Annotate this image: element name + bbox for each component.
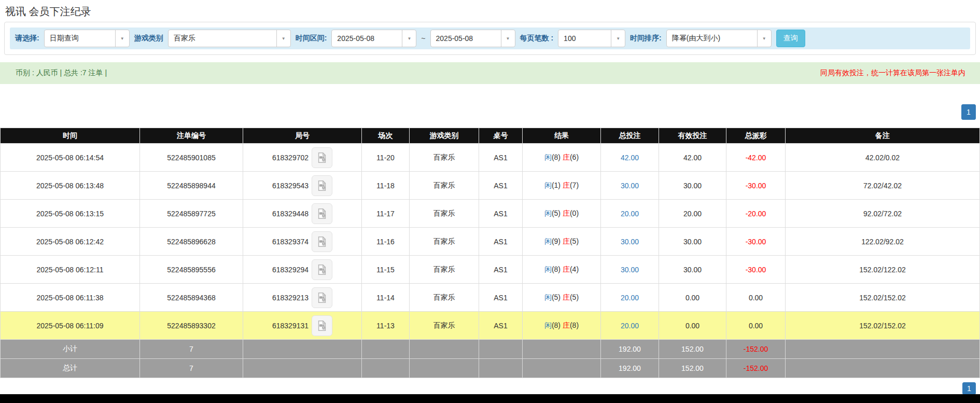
per-page-label: 每页笔数 : [520, 34, 554, 43]
time-cell: 2025-05-08 06:14:54 [1, 144, 140, 172]
empty-cell [523, 340, 601, 359]
bet-id-cell: 522485894368 [140, 284, 243, 312]
remark-cell: 152.02/152.02 [786, 312, 980, 340]
remark-cell: 72.02/42.02 [786, 172, 980, 200]
range-separator: ~ [421, 34, 425, 43]
date-to-select[interactable]: 2025-05-08 [430, 30, 515, 47]
column-header: 游戏类别 [410, 128, 479, 144]
total-row: 总计7192.00152.00-152.00 [1, 359, 980, 378]
time-cell: 2025-05-08 06:13:15 [1, 200, 140, 228]
bet-id-cell: 522485901085 [140, 144, 243, 172]
valid-bet-cell: 0.00 [659, 284, 726, 312]
remark-cell: 152.02/122.02 [786, 256, 980, 284]
chevron-down-icon [276, 30, 290, 47]
sort-order-select[interactable]: 降幂(由大到小) [666, 30, 772, 47]
total-bet-cell: 42.00 [601, 144, 659, 172]
table-no-cell: AS1 [479, 284, 523, 312]
session-cell: 11-16 [362, 228, 410, 256]
remark-cell: 152.02/152.02 [786, 284, 980, 312]
page-number-button[interactable]: 1 [961, 104, 976, 120]
query-type-select[interactable]: 日期查询 [44, 30, 130, 47]
video-file-icon [316, 236, 328, 247]
per-page-select[interactable]: 100 [558, 30, 625, 47]
query-type-value: 日期查询 [45, 30, 115, 47]
valid-bet-cell: 20.00 [659, 200, 726, 228]
query-type-label: 请选择: [15, 34, 39, 43]
video-replay-button[interactable] [312, 287, 332, 308]
player-result-score: (8) [552, 321, 561, 329]
column-header: 总派彩 [726, 128, 786, 144]
empty-cell [479, 340, 523, 359]
sort-order-value: 降幂(由大到小) [667, 30, 757, 47]
session-cell: 11-17 [362, 200, 410, 228]
payout-cell: 0.00 [726, 312, 786, 340]
player-result-score: (5) [552, 293, 561, 301]
player-result-score: (1) [552, 181, 561, 189]
bet-id-cell: 522485896628 [140, 228, 243, 256]
column-header: 场次 [362, 128, 410, 144]
video-replay-button[interactable] [312, 203, 332, 224]
session-cell: 11-13 [362, 312, 410, 340]
video-replay-button[interactable] [312, 147, 332, 168]
table-row[interactable]: 2025-05-08 06:12:42522485896628618329374… [1, 228, 980, 256]
banker-result-score: (0) [570, 209, 579, 217]
footer-bar [0, 394, 980, 403]
round-id-cell: 618329131 [243, 312, 362, 340]
date-from-select[interactable]: 2025-05-08 [331, 30, 416, 47]
column-header: 结果 [523, 128, 601, 144]
total-bet-cell: 30.00 [601, 228, 659, 256]
pagination-top: 1 [4, 104, 976, 120]
bet-id-cell: 522485895556 [140, 256, 243, 284]
result-cell: 闲(8) 庄(6) [523, 144, 601, 172]
date-to-value: 2025-05-08 [431, 30, 501, 47]
total-bet-cell: 20.00 [601, 312, 659, 340]
summary-valid-bet-cell: 152.00 [659, 359, 726, 378]
table-row[interactable]: 2025-05-08 06:11:38522485894368618329213… [1, 284, 980, 312]
player-result-label: 闲 [544, 265, 552, 273]
empty-cell [786, 359, 980, 378]
summary-valid-bet-cell: 152.00 [659, 340, 726, 359]
round-id: 618329213 [272, 294, 309, 302]
round-id-cell: 618329543 [243, 172, 362, 200]
search-button[interactable]: 查询 [776, 30, 805, 47]
game-type-cell: 百家乐 [410, 144, 479, 172]
player-result-label: 闲 [544, 153, 552, 161]
result-cell: 闲(8) 庄(8) [523, 312, 601, 340]
table-no-cell: AS1 [479, 256, 523, 284]
time-cell: 2025-05-08 06:12:11 [1, 256, 140, 284]
player-result-score: (8) [552, 153, 561, 161]
round-id: 618329543 [272, 182, 309, 190]
table-row[interactable]: 2025-05-08 06:13:48522485898944618329543… [1, 172, 980, 200]
empty-cell [523, 359, 601, 378]
column-header: 有效投注 [659, 128, 726, 144]
summary-total-bet-cell: 192.00 [601, 359, 659, 378]
time-cell: 2025-05-08 06:11:38 [1, 284, 140, 312]
chevron-down-icon [611, 30, 625, 47]
chevron-down-icon [402, 30, 416, 47]
payout-cell: -30.00 [726, 228, 786, 256]
game-type-select[interactable]: 百家乐 [168, 30, 291, 47]
table-row[interactable]: 2025-05-08 06:11:09522485893302618329131… [1, 312, 980, 340]
video-replay-button[interactable] [312, 315, 332, 336]
page-number-button[interactable]: 1 [962, 382, 976, 395]
round-id-cell: 618329213 [243, 284, 362, 312]
video-replay-button[interactable] [312, 259, 332, 280]
bet-id-cell: 522485897725 [140, 200, 243, 228]
player-result-label: 闲 [544, 321, 552, 329]
player-result-score: (9) [552, 237, 561, 245]
total-bet-cell: 30.00 [601, 256, 659, 284]
column-header: 注单编号 [140, 128, 243, 144]
session-cell: 11-14 [362, 284, 410, 312]
banker-result-label: 庄 [563, 237, 570, 245]
video-replay-button[interactable] [312, 231, 332, 252]
payout-cell: -30.00 [726, 256, 786, 284]
remark-cell: 92.02/72.02 [786, 200, 980, 228]
column-header: 桌号 [479, 128, 523, 144]
total-bet-cell: 30.00 [601, 172, 659, 200]
table-row[interactable]: 2025-05-08 06:14:54522485901085618329702… [1, 144, 980, 172]
video-file-icon [316, 320, 328, 331]
table-row[interactable]: 2025-05-08 06:12:11522485895556618329294… [1, 256, 980, 284]
table-row[interactable]: 2025-05-08 06:13:15522485897725618329448… [1, 200, 980, 228]
table-header-row: 时间注单编号局号场次游戏类别桌号结果总投注有效投注总派彩备注 [1, 128, 980, 144]
video-replay-button[interactable] [312, 175, 332, 196]
